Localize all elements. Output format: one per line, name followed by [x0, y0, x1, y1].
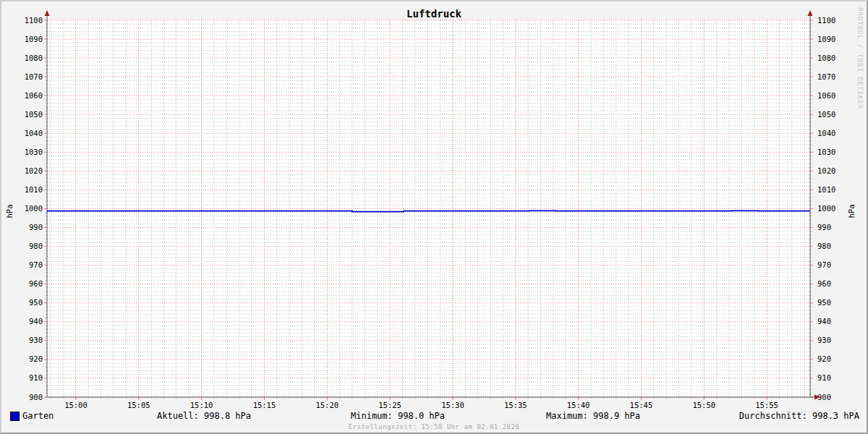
y-axis-label-right: 910	[817, 373, 831, 382]
y-axis-label-right: 1080	[817, 54, 835, 62]
y-axis-label-right: 980	[817, 242, 831, 250]
y-axis-label-right: 950	[817, 298, 831, 307]
rrdtool-watermark: RRDTOOL / TOBI OETIKER	[856, 7, 864, 109]
y-axis-label-left: 1070	[25, 72, 43, 81]
x-axis-label: 15:50	[692, 401, 715, 409]
plot-canvas	[47, 20, 810, 397]
y-axis-label-right: 990	[817, 223, 831, 231]
x-axis-label: 15:25	[378, 401, 401, 409]
y-axis-label-left: 1000	[25, 204, 43, 213]
y-axis-label-right: 1010	[817, 185, 835, 194]
x-axis-label: 15:05	[127, 401, 150, 409]
y-axis-label-right: 970	[817, 260, 831, 269]
y-axis-label-right: 1020	[817, 166, 835, 175]
y-axis-title-left: hPa	[5, 200, 14, 222]
y-axis-label-right: 920	[817, 354, 831, 363]
y-axis-label-left: 1080	[25, 54, 43, 62]
y-axis-label-left: 1020	[25, 166, 43, 175]
x-axis-label: 15:40	[567, 401, 590, 409]
y-axis-label-left: 1030	[25, 148, 43, 156]
y-axis-label-left: 900	[29, 393, 43, 401]
y-axis-label-right: 1030	[817, 148, 835, 156]
y-axis-label-left: 1090	[25, 35, 43, 43]
y-axis-label-left: 1040	[25, 129, 43, 137]
x-axis-label: 15:15	[253, 401, 276, 409]
x-axis-label: 15:10	[190, 401, 213, 409]
y-axis-title-right: hPa	[847, 200, 856, 222]
y-axis-label-right: 1000	[817, 204, 835, 213]
y-axis-label-left: 1010	[25, 185, 43, 194]
y-axis-label-left: 970	[29, 260, 43, 269]
x-axis-label: 15:00	[64, 401, 88, 409]
legend-series-label: Garten	[22, 411, 54, 421]
x-axis-label: 15:55	[755, 401, 778, 409]
legend-color-swatch	[10, 412, 20, 421]
stat-maximum: Maximum: 998.9 hPa	[546, 411, 640, 421]
y-axis-label-left: 950	[29, 298, 43, 307]
legend-row: Garten Aktuell: 998.8 hPa Minimum: 998.0…	[1, 411, 867, 422]
y-axis-label-left: 1060	[25, 91, 43, 100]
rrdtool-graph: 9009009109109209209309309409409509509609…	[0, 0, 868, 434]
stat-minimum: Minimum: 998.0 hPa	[351, 411, 445, 421]
y-axis-label-left: 910	[29, 373, 43, 382]
creation-timestamp: Erstellungszeit: 15:58 Uhr am 02.01.2026	[1, 423, 867, 430]
y-axis-label-left: 990	[29, 223, 43, 231]
chart-title: Luftdruck	[1, 8, 867, 20]
y-axis-label-left: 920	[29, 354, 43, 363]
x-axis-label: 15:45	[630, 401, 653, 409]
y-axis-label-left: 930	[29, 336, 43, 344]
y-axis-label-right: 1050	[817, 110, 835, 119]
x-axis-label: 15:20	[315, 401, 339, 409]
pressure-chart: 9009009109109209209309309409409509509609…	[1, 1, 867, 433]
y-axis-label-left: 980	[29, 242, 43, 250]
stat-durchschnitt: Durchschnitt: 998.3 hPA	[739, 411, 859, 421]
y-axis-label-right: 1070	[817, 72, 835, 81]
x-axis-label: 15:35	[504, 401, 527, 409]
y-axis-label-right: 940	[817, 317, 831, 326]
y-axis-label-left: 960	[29, 279, 43, 288]
y-axis-label-right: 930	[817, 336, 831, 344]
y-axis-label-right: 1040	[817, 129, 835, 137]
y-axis-label-right: 960	[817, 279, 831, 288]
y-axis-label-left: 1050	[25, 110, 43, 119]
y-axis-label-left: 940	[29, 317, 43, 326]
y-axis-label-right: 1060	[817, 91, 835, 100]
stat-aktuell: Aktuell: 998.8 hPa	[157, 411, 251, 421]
x-axis-label: 15:30	[441, 401, 464, 409]
y-axis-label-right: 1090	[817, 35, 835, 43]
